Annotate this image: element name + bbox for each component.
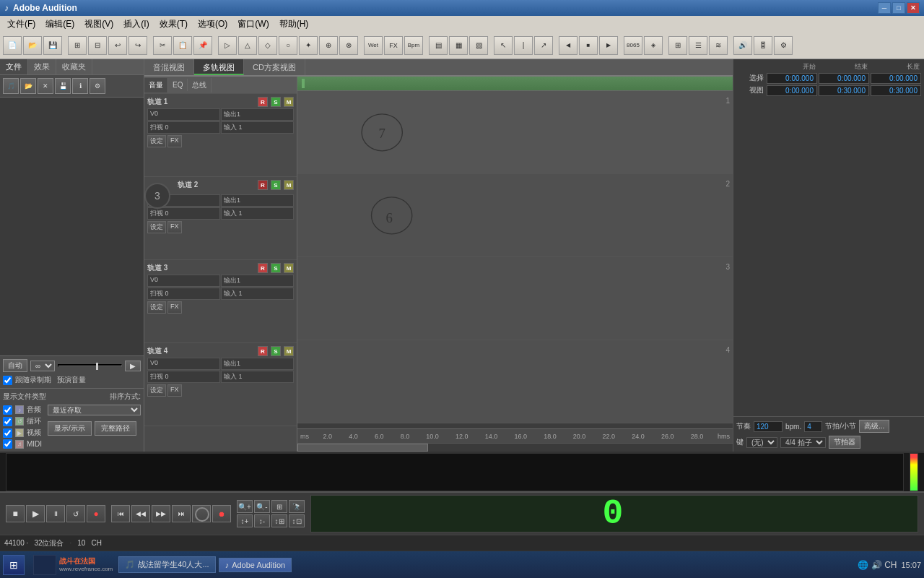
record2-btn[interactable]: ⏺ <box>212 505 231 522</box>
tb-btn4[interactable]: ↪ <box>128 36 147 55</box>
zoom-v-fit[interactable]: ↕⊞ <box>271 514 287 527</box>
maximize-button[interactable]: □ <box>892 2 905 14</box>
tab-file[interactable]: 文件 <box>0 59 28 74</box>
icon-close[interactable]: ✕ <box>38 78 53 94</box>
tb-paste[interactable]: 📌 <box>193 36 212 55</box>
pause-button[interactable]: ⏸ <box>46 505 65 522</box>
tb-copy[interactable]: 📋 <box>173 36 192 55</box>
mode-select[interactable]: ∞ <box>30 361 55 371</box>
track-1-fx-btn[interactable]: FX <box>167 135 182 147</box>
time-sig-select[interactable]: 4/4 拍子 <box>780 437 826 448</box>
minimize-button[interactable]: ─ <box>878 2 891 14</box>
track-4-m-btn[interactable]: M <box>284 346 294 356</box>
metronome-btn[interactable]: 节拍器 <box>829 436 860 449</box>
tb-12[interactable]: ▤ <box>429 36 448 55</box>
track-2-fx-btn[interactable]: FX <box>167 221 182 233</box>
track-4-settings-btn[interactable]: 设定 <box>147 384 166 397</box>
track-3-r-btn[interactable]: R <box>258 263 268 273</box>
tb-wet[interactable]: Wet <box>364 36 383 55</box>
play-button[interactable]: ▶ <box>26 505 45 522</box>
tb-25[interactable]: ≋ <box>709 36 728 55</box>
next-button[interactable]: ▶▶ <box>152 505 170 522</box>
tb-8[interactable]: ○ <box>279 36 297 55</box>
tb-15[interactable]: ↖ <box>494 36 513 55</box>
tb-btn1[interactable]: ⊞ <box>68 36 87 55</box>
filetype-loop-check[interactable] <box>3 417 12 426</box>
tb-10[interactable]: ⊕ <box>319 36 338 55</box>
play-ctrl[interactable]: ▶ <box>125 361 141 371</box>
tb-btn2[interactable]: ⊟ <box>88 36 107 55</box>
taskbar-item-2[interactable]: ♪ Adobe Audition <box>219 558 292 572</box>
track-4-fx-btn[interactable]: FX <box>167 384 182 397</box>
sort-select[interactable]: 最近存取 <box>48 405 141 415</box>
tb-24[interactable]: ☰ <box>689 36 707 55</box>
menu-view[interactable]: 视图(V) <box>80 17 118 32</box>
tb-fx[interactable]: FX <box>384 36 403 55</box>
tb-save[interactable]: 💾 <box>43 36 62 55</box>
follow-record-check[interactable] <box>3 376 12 385</box>
close-button[interactable]: ✕ <box>907 2 920 14</box>
zoom-full[interactable]: 🔭 <box>289 500 305 513</box>
zoom-out-v[interactable]: ↕- <box>254 514 270 527</box>
auto-button[interactable]: 自动 <box>3 359 27 372</box>
track-3-m-btn[interactable]: M <box>284 263 294 273</box>
track-3-fx-btn[interactable]: FX <box>167 301 182 314</box>
zoom-in-h[interactable]: 🔍+ <box>237 500 253 513</box>
track-3-s-btn[interactable]: S <box>271 263 281 273</box>
h-scrollbar[interactable] <box>297 443 733 452</box>
icon-info[interactable]: ℹ <box>72 78 88 94</box>
tb-20[interactable]: ▶ <box>599 36 618 55</box>
tab-effects[interactable]: 效果 <box>28 59 56 74</box>
full-path-btn[interactable]: 完整路径 <box>95 421 136 436</box>
track-1-r-btn[interactable]: R <box>258 97 268 107</box>
tb-17[interactable]: ↗ <box>534 36 553 55</box>
icon-open[interactable]: 📂 <box>20 78 36 94</box>
track-2-r-btn[interactable]: R <box>258 180 268 190</box>
key-select[interactable]: (无) <box>746 437 777 448</box>
tab-wave-view[interactable]: 音混视图 <box>144 59 194 75</box>
tb-26[interactable]: 🔊 <box>733 36 752 55</box>
tb-new[interactable]: 📄 <box>3 36 22 55</box>
tb-6[interactable]: △ <box>238 36 257 55</box>
stop-button[interactable]: ■ <box>6 505 25 522</box>
zoom-fit[interactable]: ⊞ <box>271 500 287 513</box>
track-2-settings-btn[interactable]: 设定 <box>147 221 166 233</box>
track-1-s-btn[interactable]: S <box>271 97 281 107</box>
tb-27[interactable]: 🎛 <box>754 36 772 55</box>
extra-btn[interactable] <box>192 505 211 522</box>
track-4-s-btn[interactable]: S <box>271 346 281 356</box>
zoom-v-full[interactable]: ↕⊡ <box>289 514 305 527</box>
record-button[interactable]: ● <box>87 505 105 522</box>
bpm-input[interactable] <box>754 421 783 432</box>
menu-help[interactable]: 帮助(H) <box>275 17 313 32</box>
waveform-display[interactable] <box>6 453 904 491</box>
tab-favorites[interactable]: 收藏夹 <box>56 59 92 74</box>
tb-18[interactable]: ◀ <box>559 36 578 55</box>
zoom-out-h[interactable]: 🔍- <box>254 500 270 513</box>
start-button[interactable]: ⊞ <box>3 555 25 575</box>
tab-cd-view[interactable]: CD方案视图 <box>244 59 305 75</box>
prev-button[interactable]: ◀◀ <box>131 505 150 522</box>
menu-window[interactable]: 窗口(W) <box>233 17 273 32</box>
mixer-tab-volume[interactable]: 音量 <box>144 78 168 92</box>
slider-track[interactable] <box>58 364 122 367</box>
taskbar-item-1[interactable]: 🎵 战法留学生40人大... <box>118 556 215 573</box>
loop-button[interactable]: ↺ <box>66 505 85 522</box>
menu-options[interactable]: 选项(O) <box>193 17 232 32</box>
advanced-btn[interactable]: 高级... <box>859 420 889 433</box>
icon-save[interactable]: 💾 <box>55 78 71 94</box>
tb-open[interactable]: 📂 <box>23 36 42 55</box>
filetype-audio-check[interactable] <box>3 405 12 415</box>
filetype-midi-check[interactable] <box>3 439 12 449</box>
filetype-video-check[interactable] <box>3 428 12 438</box>
tb-19[interactable]: ■ <box>579 36 598 55</box>
menu-edit[interactable]: 编辑(E) <box>41 17 79 32</box>
icon-new-audio[interactable]: 🎵 <box>3 78 19 94</box>
tb-28[interactable]: ⚙ <box>774 36 793 55</box>
icon-settings[interactable]: ⚙ <box>90 78 105 94</box>
track-1-m-btn[interactable]: M <box>284 97 294 107</box>
tb-cut[interactable]: ✂ <box>153 36 172 55</box>
tb-16[interactable]: | <box>514 36 533 55</box>
tb-bpm[interactable]: Bpm <box>404 36 423 55</box>
tb-5[interactable]: ▷ <box>218 36 237 55</box>
